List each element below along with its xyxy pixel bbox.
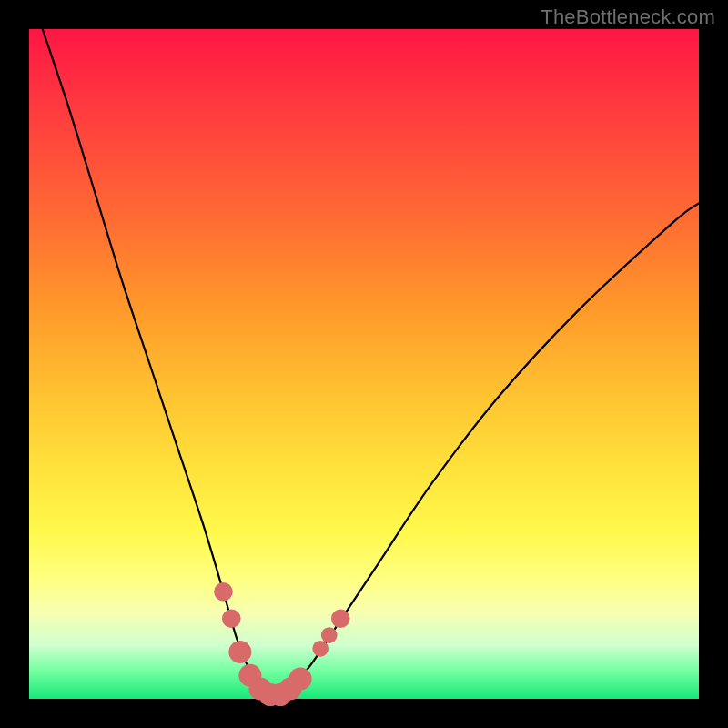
highlight-dot: [331, 609, 350, 628]
highlight-dot: [214, 582, 233, 602]
watermark-text: TheBottleneck.com: [541, 5, 715, 29]
highlight-dot: [312, 641, 329, 657]
highlight-dot: [289, 667, 312, 690]
highlight-dot: [321, 627, 338, 643]
highlight-dots: [214, 582, 349, 706]
highlight-dot: [222, 609, 241, 628]
highlight-dot: [228, 641, 251, 663]
bottleneck-curve: [43, 29, 699, 696]
curve-svg: [29, 29, 699, 699]
plot-gradient-background: [29, 29, 699, 699]
chart-frame: TheBottleneck.com: [0, 0, 728, 728]
